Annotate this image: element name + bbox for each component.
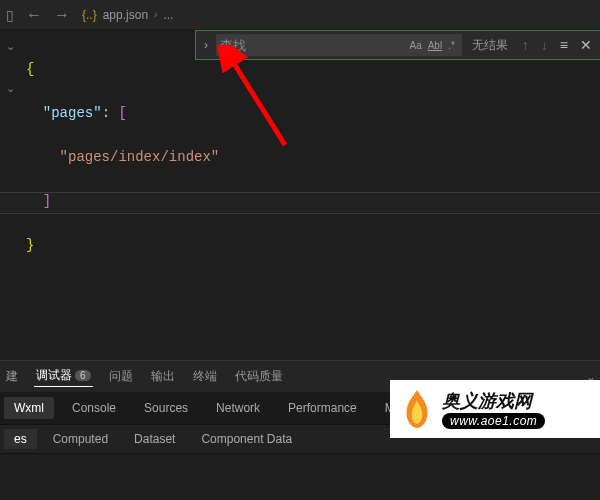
find-close-button[interactable]: ✕	[576, 37, 596, 53]
find-input-wrap: Aa Abl .*	[216, 34, 462, 56]
fold-chevron-icon[interactable]: ⌄	[0, 78, 20, 98]
devtools-tab-wxml[interactable]: Wxml	[4, 397, 54, 419]
find-result-text: 无结果	[466, 37, 514, 54]
tab-debugger[interactable]: 调试器6	[34, 367, 93, 387]
editor-toolbar: ▯ ← → {..} app.json › ...	[0, 0, 600, 30]
find-prev-button[interactable]: ↑	[518, 37, 533, 53]
nav-back-button[interactable]: ←	[26, 6, 42, 24]
chevron-right-icon: ›	[154, 9, 157, 20]
subtab-dataset[interactable]: Dataset	[124, 429, 185, 449]
find-widget: › Aa Abl .* 无结果 ↑ ↓ ≡ ✕	[195, 30, 600, 60]
find-expand-toggle[interactable]: ›	[200, 38, 212, 52]
nav-forward-button[interactable]: →	[54, 6, 70, 24]
tab-terminal[interactable]: 终端	[191, 368, 219, 385]
find-in-selection-toggle[interactable]: ≡	[556, 37, 572, 53]
tab-code-quality[interactable]: 代码质量	[233, 368, 285, 385]
find-next-button[interactable]: ↓	[537, 37, 552, 53]
code-key: "pages"	[43, 105, 102, 121]
devtools-tab-network[interactable]: Network	[206, 397, 270, 419]
debugger-badge: 6	[75, 370, 91, 381]
current-line-highlight	[0, 192, 600, 214]
fold-chevron-icon[interactable]: ⌄	[0, 36, 20, 56]
devtools-tab-sources[interactable]: Sources	[134, 397, 198, 419]
devtools-tab-console[interactable]: Console	[62, 397, 126, 419]
code-brace-close: }	[26, 237, 34, 253]
code-editor[interactable]: ⌄ ⌄ { "pages": [ "pages/index/index" ] }	[0, 30, 600, 360]
breadcrumb-more: ...	[163, 8, 173, 22]
match-word-toggle[interactable]: Abl	[425, 40, 445, 51]
breadcrumb-filename: app.json	[103, 8, 148, 22]
subtab-component-data[interactable]: Component Data	[191, 429, 302, 449]
tab-build[interactable]: 建	[4, 368, 20, 385]
bookmark-icon: ▯	[6, 7, 14, 23]
watermark-name: 奥义游戏网	[442, 389, 545, 413]
regex-toggle[interactable]: .*	[445, 40, 458, 51]
devtools-tab-performance[interactable]: Performance	[278, 397, 367, 419]
code-string: "pages/index/index"	[60, 149, 220, 165]
subtab-computed[interactable]: Computed	[43, 429, 118, 449]
find-input[interactable]	[220, 38, 406, 53]
code-bracket-open: [	[118, 105, 126, 121]
flame-icon	[396, 388, 438, 430]
watermark-url: www.aoe1.com	[442, 413, 545, 429]
json-file-icon: {..}	[82, 8, 97, 22]
match-case-toggle[interactable]: Aa	[406, 40, 424, 51]
breadcrumb[interactable]: {..} app.json › ...	[82, 8, 173, 22]
tab-problems[interactable]: 问题	[107, 368, 135, 385]
code-brace-open: {	[26, 61, 34, 77]
watermark-logo: 奥义游戏网 www.aoe1.com	[390, 380, 600, 438]
tab-output[interactable]: 输出	[149, 368, 177, 385]
subtab-styles[interactable]: es	[4, 429, 37, 449]
